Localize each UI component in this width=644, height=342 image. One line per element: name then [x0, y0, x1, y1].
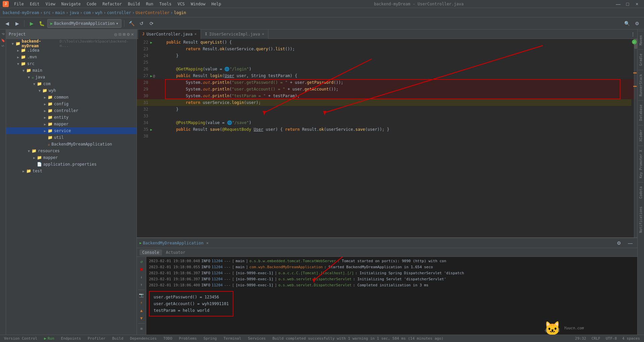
- rerun-button[interactable]: ↺: [138, 258, 145, 265]
- down-nav-button[interactable]: ▼: [138, 315, 145, 322]
- status-version-control[interactable]: Version Control: [3, 336, 39, 341]
- sidebar-item-entity[interactable]: ▶ 📁 entity: [6, 114, 137, 121]
- run-gutter-icon-22[interactable]: ▶: [150, 41, 152, 44]
- status-encoding[interactable]: UTF-8: [604, 336, 618, 341]
- settings-button[interactable]: ⚙: [633, 19, 641, 28]
- back-button[interactable]: ◀: [3, 19, 11, 28]
- structure-icon[interactable]: S: [1, 45, 5, 47]
- tab-usercontroller[interactable]: J UserController.java ×: [138, 30, 201, 39]
- bookmark-icon[interactable]: 🔖: [1, 39, 5, 42]
- sidebar-close-icon[interactable]: ×: [131, 32, 134, 37]
- settings-console-button[interactable]: ≡: [138, 325, 145, 332]
- sidebar-item-mapper[interactable]: ▶ 📁 mapper: [6, 121, 137, 127]
- breadcrumb-project[interactable]: backend-myDream: [3, 10, 39, 15]
- sidebar-item-util[interactable]: ▶ 📁 util: [6, 134, 137, 141]
- sidebar-locate-icon[interactable]: ◎: [114, 32, 117, 37]
- status-build[interactable]: Build: [111, 336, 124, 341]
- menu-vcs[interactable]: VCS: [175, 1, 187, 7]
- status-problems[interactable]: Problems: [178, 336, 198, 341]
- right-tab-keypromoter[interactable]: Key Promoter X: [638, 146, 643, 182]
- sync-button[interactable]: ↺: [137, 19, 146, 28]
- status-terminal[interactable]: Terminal: [222, 336, 243, 341]
- tab-usercontroller-close[interactable]: ×: [195, 32, 197, 36]
- menu-refactor[interactable]: Refactor: [100, 1, 124, 7]
- menu-build[interactable]: Build: [125, 1, 143, 7]
- project-icon[interactable]: P: [1, 33, 5, 35]
- sidebar-item-controller[interactable]: ▶ 📁 controller: [6, 107, 137, 114]
- sidebar-item-wyh[interactable]: ▼ 📁 wyh: [6, 87, 137, 94]
- sidebar-expand-icon[interactable]: ⊞: [123, 32, 125, 37]
- sidebar-item-com[interactable]: ▼ 📁 com: [6, 80, 137, 87]
- run-settings-button[interactable]: ⚙: [614, 239, 623, 247]
- sidebar-item-mapper-res[interactable]: ▶ 📁 mapper: [6, 154, 137, 161]
- sidebar-item-src[interactable]: ▼ 📁 src: [6, 60, 137, 67]
- debug-button[interactable]: 🐛: [37, 19, 46, 28]
- right-tab-gradle[interactable]: Gradle: [638, 49, 643, 70]
- breadcrumb-login[interactable]: login: [174, 10, 186, 15]
- status-spring[interactable]: Spring: [202, 336, 218, 341]
- breadcrumb-com[interactable]: com: [84, 10, 91, 15]
- run-panel-close[interactable]: ×: [206, 241, 209, 245]
- right-tab-codota[interactable]: Codota: [638, 182, 643, 203]
- breadcrumb-controller[interactable]: controller: [107, 10, 131, 15]
- screenshot-button[interactable]: 📷: [138, 292, 145, 298]
- vertical-scrollbar[interactable]: ✓: [634, 39, 637, 237]
- status-services[interactable]: Services: [247, 336, 267, 341]
- right-tab-database[interactable]: Database: [638, 100, 643, 125]
- status-indent[interactable]: 4 spaces: [621, 336, 641, 341]
- sidebar-item-config[interactable]: ▶ 📁 config: [6, 101, 137, 107]
- right-tab-notifications[interactable]: Notifications: [638, 203, 643, 237]
- tab-menu-button[interactable]: ⋮: [629, 30, 637, 39]
- tab-iuserserviceimpl[interactable]: I IUserServiceImpl.java ×: [201, 30, 268, 39]
- sidebar-item-app[interactable]: ▶ ☕ BackendMyDreamApplication: [6, 141, 137, 148]
- menu-tools[interactable]: Tools: [157, 1, 174, 7]
- menu-code[interactable]: Code: [84, 1, 99, 7]
- status-todo[interactable]: TODO: [162, 336, 174, 341]
- status-dependencies[interactable]: Dependencies: [129, 336, 158, 341]
- status-profiler[interactable]: Profiler: [86, 336, 107, 341]
- sidebar-item-mvn[interactable]: ▶ 📁 .mvn: [6, 54, 137, 60]
- minimize-button[interactable]: —: [614, 0, 623, 8]
- console-tab[interactable]: Console: [140, 249, 162, 255]
- menu-help[interactable]: Help: [209, 1, 224, 7]
- scroll-end-button[interactable]: ↓: [138, 274, 145, 280]
- menu-window[interactable]: Window: [188, 1, 208, 7]
- up-nav-button[interactable]: ▲: [138, 307, 145, 314]
- status-endpoints[interactable]: Endpoints: [60, 336, 83, 341]
- sidebar-settings-icon[interactable]: ⚙: [127, 32, 129, 37]
- build-button[interactable]: 🔨: [127, 19, 136, 28]
- search-everywhere-button[interactable]: 🔍: [623, 19, 631, 28]
- close-button[interactable]: ×: [633, 0, 641, 8]
- sidebar-item-java[interactable]: ▼ ☕ java: [6, 74, 137, 80]
- run-gutter-icon-27[interactable]: ▶: [150, 74, 152, 78]
- actuator-tab[interactable]: Actuator: [163, 249, 188, 255]
- forward-button[interactable]: ▶: [13, 19, 21, 28]
- menu-navigate[interactable]: Navigate: [59, 1, 84, 7]
- breadcrumb-src[interactable]: src: [44, 10, 51, 15]
- right-tab-runnerstack[interactable]: RunnerStack: [638, 70, 643, 100]
- reload-button[interactable]: ⟳: [147, 19, 156, 28]
- run-button[interactable]: ▶: [27, 19, 36, 28]
- filter-button[interactable]: ⚡: [138, 299, 145, 306]
- right-tab-xcoder[interactable]: XCoder: [638, 125, 643, 146]
- status-line-col[interactable]: 29:32: [574, 336, 587, 341]
- scroll-top-button[interactable]: ↑: [138, 281, 145, 288]
- right-tab-maven[interactable]: Maven: [638, 31, 643, 49]
- sidebar-item-test[interactable]: ▶ 📁 test: [6, 168, 137, 174]
- status-line-sep[interactable]: CRLF: [590, 336, 602, 341]
- maximize-button[interactable]: □: [623, 0, 632, 8]
- breadcrumb-java[interactable]: java: [69, 10, 79, 15]
- sidebar-item-idea[interactable]: ▶ 📁 .idea: [6, 47, 137, 54]
- sidebar-item-common[interactable]: ▶ 📁 common: [6, 94, 137, 101]
- stop-button[interactable]: ■: [138, 266, 145, 273]
- menu-edit[interactable]: Edit: [27, 1, 42, 7]
- sidebar-item-project[interactable]: ▼ 📁 backend-myDream D:\Tools\JavaWorkSpa…: [6, 40, 137, 47]
- status-run[interactable]: ▶ Run: [43, 336, 56, 341]
- menu-view[interactable]: View: [43, 1, 58, 7]
- sidebar-item-properties[interactable]: ▶ 📄 application.properties: [6, 161, 137, 168]
- run-minimize-button[interactable]: —: [626, 239, 635, 247]
- breadcrumb-usercontroller[interactable]: UserController: [136, 10, 169, 15]
- run-config-dropdown[interactable]: ▶ BackendMyDreamApplication ▾: [47, 19, 121, 28]
- run-gutter-icon-35[interactable]: ▶: [150, 128, 152, 131]
- breadcrumb-main[interactable]: main: [55, 10, 65, 15]
